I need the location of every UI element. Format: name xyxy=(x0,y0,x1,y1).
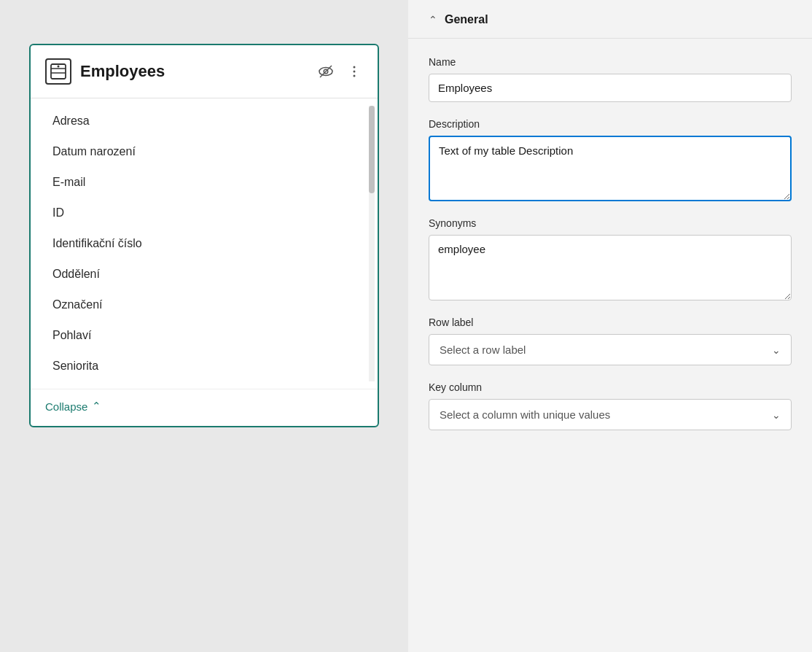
row-label-group: Row label Select a row label ⌄ xyxy=(429,317,792,365)
chevron-up-icon: ⌃ xyxy=(92,400,101,413)
list-item[interactable]: ID xyxy=(31,198,366,228)
name-group: Name xyxy=(429,56,792,102)
svg-point-8 xyxy=(354,71,356,73)
svg-point-7 xyxy=(354,66,356,69)
svg-point-9 xyxy=(354,75,356,77)
list-item[interactable]: Označení xyxy=(31,290,366,320)
synonyms-textarea[interactable]: employee xyxy=(429,235,792,300)
list-item[interactable]: Identifikační číslo xyxy=(31,228,366,259)
key-column-placeholder: Select a column with unique values xyxy=(440,408,610,421)
key-column-chevron-icon: ⌄ xyxy=(772,409,781,421)
card-title: Employees xyxy=(80,62,308,81)
row-label-label: Row label xyxy=(429,317,792,328)
table-icon xyxy=(45,58,71,85)
table-card-body: Adresa Datum narození E-mail ID Identifi… xyxy=(31,98,378,389)
section-title: General xyxy=(445,13,488,26)
description-group: Description <span class="description-sel… xyxy=(429,118,792,201)
row-label-chevron-icon: ⌄ xyxy=(772,344,781,356)
table-card-header: Employees xyxy=(31,45,378,98)
list-item[interactable]: Oddělení xyxy=(31,259,366,290)
table-card: Employees xyxy=(29,44,379,427)
scrollbar-thumb[interactable] xyxy=(369,106,375,193)
section-header: ⌃ General xyxy=(408,0,812,39)
list-item[interactable]: Datum narození xyxy=(31,136,366,167)
synonyms-label: Synonyms xyxy=(429,217,792,229)
collapse-label: Collapse xyxy=(45,400,87,413)
collapse-button[interactable]: Collapse ⌃ xyxy=(45,400,101,413)
more-options-icon xyxy=(347,64,362,79)
eye-icon xyxy=(318,63,334,79)
list-item[interactable]: Pohlaví xyxy=(31,320,366,351)
right-panel: ⌃ General Name Description <span class="… xyxy=(408,0,812,652)
key-column-select[interactable]: Select a column with unique values ⌄ xyxy=(429,399,792,430)
description-label: Description xyxy=(429,118,792,130)
key-column-label: Key column xyxy=(429,381,792,393)
more-options-button[interactable] xyxy=(346,63,363,80)
list-item[interactable]: Seniorita xyxy=(31,351,366,381)
name-label: Name xyxy=(429,56,792,68)
synonyms-group: Synonyms employee xyxy=(429,217,792,300)
header-actions xyxy=(316,62,363,81)
list-item[interactable]: Adresa xyxy=(31,106,366,136)
name-input[interactable] xyxy=(429,74,792,102)
visibility-button[interactable] xyxy=(316,62,335,81)
section-content: Name Description <span class="descriptio… xyxy=(408,39,812,448)
left-panel: Employees xyxy=(0,0,408,652)
collapse-row: Collapse ⌃ xyxy=(31,389,378,426)
description-textarea[interactable]: <span class="description-selected" data-… xyxy=(429,136,792,201)
row-label-placeholder: Select a row label xyxy=(440,344,526,356)
section-collapse-icon[interactable]: ⌃ xyxy=(429,14,437,26)
fields-list: Adresa Datum narození E-mail ID Identifi… xyxy=(31,98,366,389)
scrollbar-track xyxy=(369,106,375,381)
list-item[interactable]: E-mail xyxy=(31,167,366,198)
row-label-select[interactable]: Select a row label ⌄ xyxy=(429,334,792,365)
svg-point-3 xyxy=(58,66,60,68)
key-column-group: Key column Select a column with unique v… xyxy=(429,381,792,430)
